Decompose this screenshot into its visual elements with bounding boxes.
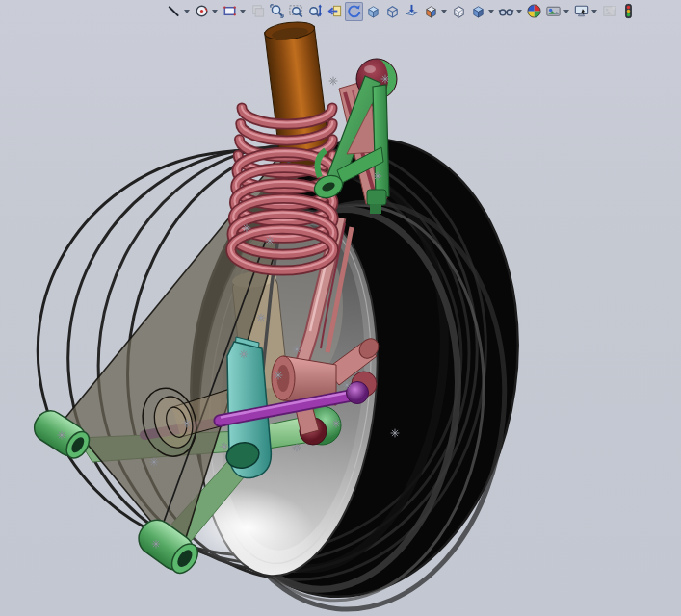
- view-settings-icon: [573, 3, 589, 19]
- copy-icon: [249, 3, 266, 19]
- copy-button: [249, 2, 267, 21]
- circle-tool-button[interactable]: [193, 2, 220, 21]
- normal-to-button[interactable]: [403, 2, 421, 21]
- previous-view-icon: [327, 3, 343, 19]
- hide-show-items-icon: [498, 3, 514, 19]
- dropdown-caret-icon[interactable]: [212, 10, 218, 13]
- hide-show-items-button[interactable]: [497, 2, 524, 21]
- dropdown-caret-icon[interactable]: [488, 10, 494, 13]
- zoom-to-area-icon: [288, 3, 304, 19]
- circle-tool-icon: [194, 3, 210, 19]
- shaded-display-button[interactable]: [469, 2, 496, 21]
- dropdown-caret-icon[interactable]: [516, 10, 522, 13]
- 3d-viewport[interactable]: [0, 0, 681, 616]
- view-cube-button[interactable]: [383, 2, 402, 21]
- dropdown-caret-icon[interactable]: [184, 10, 190, 13]
- previous-view-button[interactable]: [326, 2, 344, 21]
- dropdown-caret-icon[interactable]: [441, 10, 447, 13]
- zoom-to-area-button[interactable]: [287, 2, 305, 21]
- standard-views-button[interactable]: [422, 2, 449, 21]
- standard-views-icon: [423, 3, 439, 19]
- pan-icon: [365, 3, 381, 19]
- normal-to-icon: [404, 3, 420, 19]
- zoom-to-fit-button[interactable]: [268, 2, 286, 21]
- edit-decal-icon: [601, 3, 617, 19]
- wireframe-display-button[interactable]: [450, 2, 468, 21]
- apply-scene-button[interactable]: [544, 2, 571, 21]
- view-settings-button[interactable]: [572, 2, 599, 21]
- zoom-to-fit-icon: [269, 3, 285, 19]
- zoom-in-out-icon: [307, 3, 324, 19]
- pan-button[interactable]: [364, 2, 382, 21]
- dropdown-caret-icon[interactable]: [591, 10, 597, 13]
- edit-decal-button: [600, 2, 618, 21]
- view-cube-icon: [384, 3, 401, 19]
- rotate-view-button[interactable]: [345, 2, 363, 21]
- rectangle-tool-button[interactable]: [221, 2, 248, 21]
- rotate-view-icon: [346, 3, 362, 19]
- shaded-display-icon: [470, 3, 486, 19]
- zoom-in-out-button[interactable]: [306, 2, 325, 21]
- dropdown-caret-icon[interactable]: [240, 10, 246, 13]
- line-tool-icon: [166, 3, 182, 19]
- edit-appearance-button[interactable]: [525, 2, 543, 21]
- line-tool-button[interactable]: [165, 2, 192, 21]
- dropdown-caret-icon[interactable]: [563, 10, 569, 13]
- edit-appearance-icon: [526, 3, 542, 19]
- traffic-light-icon: [620, 3, 637, 19]
- apply-scene-icon: [545, 3, 562, 19]
- traffic-light-button[interactable]: [619, 2, 638, 21]
- rectangle-tool-icon: [222, 3, 238, 19]
- wireframe-display-icon: [451, 3, 467, 19]
- view-toolbar: [165, 1, 638, 21]
